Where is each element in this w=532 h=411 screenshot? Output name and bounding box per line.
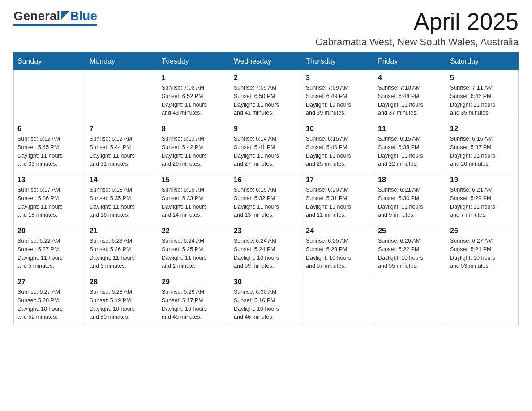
calendar-day-header-wednesday: Wednesday	[230, 53, 302, 70]
day-info: Sunrise: 6:21 AM Sunset: 5:29 PM Dayligh…	[450, 186, 515, 219]
day-info: Sunrise: 7:10 AM Sunset: 6:48 PM Dayligh…	[378, 84, 442, 117]
day-info: Sunrise: 6:14 AM Sunset: 5:41 PM Dayligh…	[234, 135, 298, 168]
day-info: Sunrise: 6:18 AM Sunset: 5:33 PM Dayligh…	[162, 186, 226, 219]
day-info: Sunrise: 6:19 AM Sunset: 5:32 PM Dayligh…	[234, 186, 298, 219]
day-number: 11	[378, 125, 442, 133]
calendar-day-18: 18Sunrise: 6:21 AM Sunset: 5:30 PM Dayli…	[374, 172, 446, 223]
day-number: 25	[378, 227, 442, 235]
day-info: Sunrise: 6:28 AM Sunset: 5:19 PM Dayligh…	[90, 288, 154, 321]
calendar-day-16: 16Sunrise: 6:19 AM Sunset: 5:32 PM Dayli…	[230, 172, 302, 223]
calendar-day-19: 19Sunrise: 6:21 AM Sunset: 5:29 PM Dayli…	[446, 172, 519, 223]
calendar-day-25: 25Sunrise: 6:26 AM Sunset: 5:22 PM Dayli…	[374, 223, 446, 274]
calendar-day-header-saturday: Saturday	[446, 53, 519, 70]
day-number: 29	[162, 278, 226, 286]
calendar-empty-cell	[14, 70, 86, 121]
day-number: 22	[162, 227, 226, 235]
day-info: Sunrise: 6:24 AM Sunset: 5:25 PM Dayligh…	[162, 237, 226, 270]
day-number: 19	[450, 176, 515, 184]
logo-blue-text: Blue	[70, 9, 97, 23]
calendar-week-row-4: 20Sunrise: 6:22 AM Sunset: 5:27 PM Dayli…	[14, 223, 519, 274]
calendar-day-1: 1Sunrise: 7:08 AM Sunset: 6:52 PM Daylig…	[158, 70, 230, 121]
day-info: Sunrise: 6:26 AM Sunset: 5:22 PM Dayligh…	[378, 237, 442, 270]
calendar-day-23: 23Sunrise: 6:24 AM Sunset: 5:24 PM Dayli…	[230, 223, 302, 274]
calendar-week-row-3: 13Sunrise: 6:17 AM Sunset: 5:36 PM Dayli…	[14, 172, 519, 223]
calendar-day-8: 8Sunrise: 6:13 AM Sunset: 5:42 PM Daylig…	[158, 121, 230, 172]
calendar-day-3: 3Sunrise: 7:09 AM Sunset: 6:49 PM Daylig…	[302, 70, 374, 121]
calendar-day-15: 15Sunrise: 6:18 AM Sunset: 5:33 PM Dayli…	[158, 172, 230, 223]
calendar-empty-cell	[374, 274, 446, 325]
calendar-day-28: 28Sunrise: 6:28 AM Sunset: 5:19 PM Dayli…	[86, 274, 158, 325]
day-number: 15	[162, 176, 226, 184]
calendar-day-20: 20Sunrise: 6:22 AM Sunset: 5:27 PM Dayli…	[14, 223, 86, 274]
calendar-day-6: 6Sunrise: 6:12 AM Sunset: 5:45 PM Daylig…	[14, 121, 86, 172]
calendar-week-row-1: 1Sunrise: 7:08 AM Sunset: 6:52 PM Daylig…	[14, 70, 519, 121]
day-number: 13	[17, 176, 82, 184]
day-number: 12	[450, 125, 515, 133]
calendar-day-29: 29Sunrise: 6:29 AM Sunset: 5:17 PM Dayli…	[158, 274, 230, 325]
calendar-day-9: 9Sunrise: 6:14 AM Sunset: 5:41 PM Daylig…	[230, 121, 302, 172]
day-number: 16	[234, 176, 298, 184]
day-info: Sunrise: 7:08 AM Sunset: 6:52 PM Dayligh…	[162, 84, 226, 117]
location-title: Cabramatta West, New South Wales, Austra…	[315, 36, 519, 48]
calendar-day-11: 11Sunrise: 6:15 AM Sunset: 5:38 PM Dayli…	[374, 121, 446, 172]
day-info: Sunrise: 6:25 AM Sunset: 5:23 PM Dayligh…	[306, 237, 370, 270]
day-info: Sunrise: 7:11 AM Sunset: 6:46 PM Dayligh…	[450, 84, 515, 117]
day-number: 14	[90, 176, 154, 184]
calendar-day-header-monday: Monday	[86, 53, 158, 70]
logo-underline	[13, 24, 97, 26]
day-number: 1	[162, 74, 226, 82]
calendar-empty-cell	[86, 70, 158, 121]
day-number: 24	[306, 227, 370, 235]
day-number: 2	[234, 74, 298, 82]
day-number: 20	[17, 227, 82, 235]
logo: General Blue	[13, 9, 97, 26]
calendar-empty-cell	[302, 274, 374, 325]
day-info: Sunrise: 6:29 AM Sunset: 5:17 PM Dayligh…	[162, 288, 226, 321]
calendar-day-26: 26Sunrise: 6:27 AM Sunset: 5:21 PM Dayli…	[446, 223, 519, 274]
day-info: Sunrise: 6:30 AM Sunset: 5:16 PM Dayligh…	[234, 288, 298, 321]
day-info: Sunrise: 6:15 AM Sunset: 5:38 PM Dayligh…	[378, 135, 442, 168]
day-number: 8	[162, 125, 226, 133]
calendar-day-21: 21Sunrise: 6:23 AM Sunset: 5:26 PM Dayli…	[86, 223, 158, 274]
calendar-day-24: 24Sunrise: 6:25 AM Sunset: 5:23 PM Dayli…	[302, 223, 374, 274]
calendar-week-row-2: 6Sunrise: 6:12 AM Sunset: 5:45 PM Daylig…	[14, 121, 519, 172]
day-info: Sunrise: 6:12 AM Sunset: 5:45 PM Dayligh…	[17, 135, 82, 168]
day-number: 26	[450, 227, 515, 235]
month-title: April 2025	[315, 9, 519, 34]
day-number: 17	[306, 176, 370, 184]
logo-triangle-icon	[61, 9, 69, 23]
calendar-day-5: 5Sunrise: 7:11 AM Sunset: 6:46 PM Daylig…	[446, 70, 519, 121]
day-info: Sunrise: 6:13 AM Sunset: 5:42 PM Dayligh…	[162, 135, 226, 168]
calendar-day-30: 30Sunrise: 6:30 AM Sunset: 5:16 PM Dayli…	[230, 274, 302, 325]
day-number: 21	[90, 227, 154, 235]
day-number: 10	[306, 125, 370, 133]
calendar-day-4: 4Sunrise: 7:10 AM Sunset: 6:48 PM Daylig…	[374, 70, 446, 121]
day-info: Sunrise: 6:23 AM Sunset: 5:26 PM Dayligh…	[90, 237, 154, 270]
calendar-table: SundayMondayTuesdayWednesdayThursdayFrid…	[13, 52, 519, 325]
day-number: 4	[378, 74, 442, 82]
day-info: Sunrise: 6:27 AM Sunset: 5:21 PM Dayligh…	[450, 237, 515, 270]
calendar-day-12: 12Sunrise: 6:16 AM Sunset: 5:37 PM Dayli…	[446, 121, 519, 172]
calendar-day-13: 13Sunrise: 6:17 AM Sunset: 5:36 PM Dayli…	[14, 172, 86, 223]
calendar-day-2: 2Sunrise: 7:09 AM Sunset: 6:50 PM Daylig…	[230, 70, 302, 121]
day-info: Sunrise: 7:09 AM Sunset: 6:49 PM Dayligh…	[306, 84, 370, 117]
day-info: Sunrise: 7:09 AM Sunset: 6:50 PM Dayligh…	[234, 84, 298, 117]
calendar-day-header-thursday: Thursday	[302, 53, 374, 70]
day-info: Sunrise: 6:15 AM Sunset: 5:40 PM Dayligh…	[306, 135, 370, 168]
day-info: Sunrise: 6:22 AM Sunset: 5:27 PM Dayligh…	[17, 237, 82, 270]
calendar-day-10: 10Sunrise: 6:15 AM Sunset: 5:40 PM Dayli…	[302, 121, 374, 172]
logo-general-text: General	[13, 9, 60, 23]
day-info: Sunrise: 6:16 AM Sunset: 5:37 PM Dayligh…	[450, 135, 515, 168]
day-info: Sunrise: 6:24 AM Sunset: 5:24 PM Dayligh…	[234, 237, 298, 270]
day-number: 5	[450, 74, 515, 82]
day-info: Sunrise: 6:27 AM Sunset: 5:20 PM Dayligh…	[17, 288, 82, 321]
day-number: 27	[17, 278, 82, 286]
day-info: Sunrise: 6:20 AM Sunset: 5:31 PM Dayligh…	[306, 186, 370, 219]
page-header: General Blue April 2025 Cabramatta West,…	[13, 9, 519, 48]
day-number: 7	[90, 125, 154, 133]
calendar-day-7: 7Sunrise: 6:12 AM Sunset: 5:44 PM Daylig…	[86, 121, 158, 172]
calendar-day-header-friday: Friday	[374, 53, 446, 70]
calendar-empty-cell	[446, 274, 519, 325]
day-number: 9	[234, 125, 298, 133]
calendar-day-27: 27Sunrise: 6:27 AM Sunset: 5:20 PM Dayli…	[14, 274, 86, 325]
